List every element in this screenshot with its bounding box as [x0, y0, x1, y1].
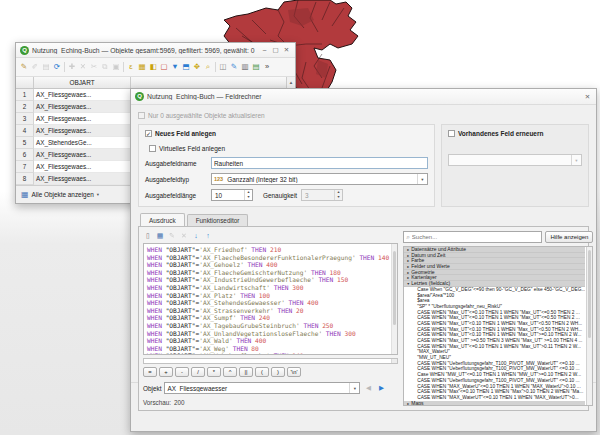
minimize-button[interactable]: – [260, 45, 269, 55]
edit-expression-icon: ✎ [167, 231, 177, 241]
operator-button[interactable]: ) [271, 367, 285, 377]
feature-value: AX_Fliessgewaesser [165, 385, 349, 392]
new-expression-icon[interactable]: ▯ [143, 231, 153, 241]
reload-icon[interactable]: ⟳ [52, 61, 62, 73]
operator-button[interactable]: ^ [223, 367, 237, 377]
delete-expression-icon: ✕ [179, 231, 189, 241]
paste-icon: ▣ [111, 61, 121, 73]
next-feature-button[interactable]: ▶ [376, 383, 386, 393]
recent-expression-item[interactable]: Case WHEN "MW_UT"<=0.10 THEN 1 WHEN "MW_… [404, 372, 585, 378]
table-view-icon[interactable]: ▦ [21, 190, 29, 199]
new-field-icon[interactable]: ✎ [229, 61, 239, 73]
calc-title: Nutzung_Eching-Buch — Feldrechner [147, 93, 580, 100]
virtual-field-checkbox[interactable] [149, 145, 156, 152]
previous-feature-button[interactable]: ◀ [363, 383, 373, 393]
row-number: 4 [16, 125, 34, 137]
select-by-expression-icon[interactable]: ε [126, 61, 136, 73]
select-all-icon[interactable]: ▦ [137, 61, 147, 73]
operator-button[interactable]: ( [255, 367, 269, 377]
expression-editor[interactable]: WHEN "OBJART"='AX_Friedhof' THEN 210WHEN… [143, 243, 398, 355]
expression-line: WHEN "OBJART"='AX_Wohnbauflaeche' THEN 1… [147, 352, 389, 354]
save-expression-icon[interactable]: ▦ [155, 231, 165, 241]
output-field-type-value: Ganzzahl (Integer 32 bit) [225, 176, 417, 183]
expression-scrollbar[interactable] [391, 244, 397, 354]
operator-button[interactable]: = [143, 367, 157, 377]
attr-window-controls: –▢✕ [260, 45, 291, 55]
precision-stepper[interactable]: 3 ▲▼ [301, 189, 343, 201]
header-corner [16, 77, 34, 88]
row-number: 7 [16, 161, 34, 173]
function-search-box[interactable]: ⌕ [403, 231, 542, 243]
precision-value: 3 [302, 190, 334, 200]
attribute-table-titlebar[interactable]: Q Nutzung_Eching-Buch — Objekte gesamt:5… [16, 43, 295, 58]
deselect-all-icon[interactable]: ▢ [159, 61, 169, 73]
update-existing-checkbox[interactable] [448, 130, 455, 137]
expression-line: WHEN "OBJART"='AX_Platz' THEN 100 [147, 292, 389, 300]
output-field-type-combo[interactable]: 123 Ganzzahl (Integer 32 bit) ▾ [211, 173, 428, 185]
recent-expression-item[interactable]: Case When "GC_V_DEG"<=90 then 90-"GC_V_D… [404, 287, 585, 293]
calc-titlebar[interactable]: Q Nutzung_Eching-Buch — Feldrechner ✕ [131, 89, 596, 105]
chevron-down-icon: ▾ [571, 155, 581, 165]
organize-columns-icon[interactable]: ▥ [240, 61, 250, 73]
move-selection-top-icon[interactable]: ⬒ [181, 61, 191, 73]
import-expressions-icon[interactable]: ↓ [191, 231, 201, 241]
output-field-length-stepper[interactable]: 10 ▲▼ [211, 189, 253, 201]
close-button[interactable]: ✕ [282, 45, 291, 55]
row-number: 5 [16, 137, 34, 149]
new-field-group: Neues Feld anlegen Virtuelles Feld anleg… [138, 124, 435, 207]
new-map-view-icon[interactable]: ◫ [218, 61, 228, 73]
objart-cell: AX_StehendesGe... [34, 137, 131, 149]
operator-button[interactable]: - [175, 367, 189, 377]
recent-expression-item[interactable]: CASE WHEN "Ueberflutungsgefahr_T100_PIVO… [404, 378, 585, 384]
recent-expression-item[interactable]: CASE WHEN "MAX_WaterUT"<=0.10 THEN 1 WHE… [404, 395, 585, 401]
maximize-button[interactable]: ▢ [271, 45, 280, 55]
tree-scrollbar[interactable] [586, 247, 592, 405]
operator-button[interactable]: * [207, 367, 221, 377]
functions-pane: ⌕ Hilfe anzeigen ▸Datensätze und Attribu… [403, 231, 593, 406]
attr-toolbar: ✎✐▤⟳✚✕✂⧉▣ε▦◧▢▼⬒✥⌕◫✎▥▤» [16, 58, 295, 77]
tab-ausdruck[interactable]: Ausdruck [140, 213, 185, 226]
operator-button[interactable]: + [159, 367, 173, 377]
scroll-up-icon[interactable]: ▲ [286, 77, 295, 88]
output-field-name-label: Ausgabefeldname [145, 160, 211, 167]
qgis-logo-icon: Q [20, 46, 29, 55]
filter-mode-label[interactable]: Alle Objekte anzeigen [32, 191, 94, 198]
export-expressions-icon[interactable]: ↑ [203, 231, 213, 241]
dock-table-icon[interactable]: ▤ [251, 61, 261, 73]
output-field-length-label: Ausgabefeldlänge [145, 192, 211, 199]
filter-form-icon[interactable]: ▼ [170, 61, 180, 73]
operator-button[interactable]: / [191, 367, 205, 377]
search-icon: ⌕ [406, 233, 410, 241]
output-field-name-input[interactable] [211, 157, 428, 169]
row-number: 3 [16, 113, 34, 125]
pan-to-selection-icon[interactable]: ✥ [192, 61, 202, 73]
existing-field-combo[interactable]: ▾ [448, 154, 582, 166]
function-group[interactable]: ▸Maps [404, 401, 585, 406]
preview-label: Vorschau: [143, 399, 171, 406]
output-field-type-label: Ausgabefeldtyp [145, 176, 211, 183]
field-calculator-dialog: Q Nutzung_Eching-Buch — Feldrechner ✕ Nu… [130, 88, 597, 432]
integer-type-icon: 123 [212, 176, 223, 182]
objart-cell: AX_Fliessgewaes... [34, 149, 131, 161]
length-value: 10 [212, 190, 244, 200]
overflow-icon[interactable]: » [262, 61, 272, 73]
show-help-button[interactable]: Hilfe anzeigen [545, 231, 593, 243]
row-number: 1 [16, 89, 34, 101]
expression-line: WHEN "OBJART"='AX_TagebauGrubeSteinbruch… [147, 322, 389, 330]
close-icon[interactable]: ✕ [583, 92, 592, 102]
zoom-to-selection-icon[interactable]: ⌕ [203, 61, 213, 73]
create-new-field-checkbox[interactable] [145, 130, 152, 137]
feature-combo[interactable]: AX_Fliessgewaesser ▾ [164, 382, 360, 394]
column-header-objart[interactable]: OBJART [34, 77, 131, 88]
toggle-edit-icon[interactable]: ✎ [19, 61, 29, 73]
recent-expression-item[interactable]: CASE WHEN "Max_UT" >=0.50 THEN 3 WHEN "M… [404, 338, 585, 344]
only-selected-checkbox[interactable] [138, 112, 145, 119]
row-number: 2 [16, 101, 34, 113]
filter-dropdown-icon[interactable]: ▾ [97, 192, 99, 197]
operator-button[interactable]: || [239, 367, 253, 377]
recent-expression-item[interactable]: CASE WHEN "Max_UT"<0.10 THEN 1 WHEN "Max… [404, 321, 585, 327]
search-input[interactable] [412, 234, 540, 240]
stepper-arrows-icon[interactable]: ▲▼ [244, 190, 252, 200]
operator-button[interactable]: '\n' [287, 367, 301, 377]
invert-selection-icon[interactable]: ◧ [148, 61, 158, 73]
